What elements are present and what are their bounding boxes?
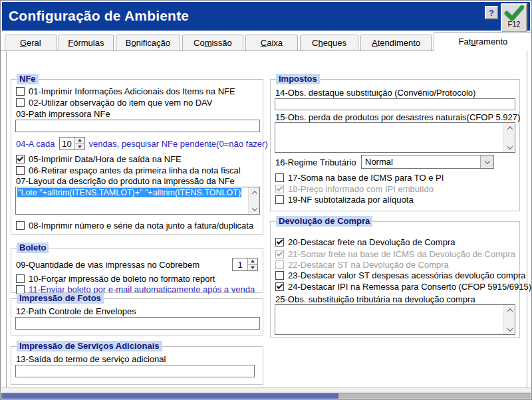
checkbox-08-numero-serie-fatura[interactable]: 08-Imprimir número e série da nota junto… [16, 220, 253, 231]
tab-label-part: eral [27, 38, 41, 48]
confirm-f12-button[interactable]: F12 [501, 3, 527, 33]
checkbox-box [275, 250, 284, 258]
input-14-obs-destaque[interactable] [275, 98, 515, 110]
input-12-path-envelopes[interactable] [15, 317, 260, 330]
tab-label: Caixa [261, 38, 283, 48]
spinner-04-intervalo[interactable]: 10 [59, 137, 85, 150]
group-title: Boleto [17, 243, 49, 253]
checkbox-10-forcar-boleto-report[interactable]: 10-Forçar impressão de boleto no formato… [16, 273, 215, 284]
tab-geral[interactable]: Geral [5, 35, 57, 50]
spin-down-button[interactable] [75, 144, 84, 150]
label-13-saida-termo: 13-Saída do termo de serviço adicional [16, 354, 166, 364]
tab-comissao[interactable]: Comissão [182, 35, 244, 50]
checkbox-label: 01-Imprimir Informações Adicionais dos I… [29, 86, 235, 96]
group-title: Impressão de Fotos [17, 293, 104, 304]
spinner-value: 1 [233, 258, 247, 270]
checkbox-19-nf-subtotalizada[interactable]: 19-NF subtotalizada por alíquota [275, 194, 414, 205]
checkbox-label: 21-Somar frete na base de ICMS da Devolu… [288, 249, 515, 259]
tab-label-part: A [372, 38, 378, 48]
textarea-15-obs-perda[interactable] [275, 122, 515, 153]
tab-formulas[interactable]: Fórmulas [59, 35, 114, 50]
tab-label-part: C [312, 38, 318, 48]
question-mark-icon: ? [489, 8, 494, 18]
checkbox-17-soma-base-icms[interactable]: 17-Soma na base de ICMS para TO e PI [275, 172, 444, 183]
checkbox-06-retirar-espaco[interactable]: 06-Retirar espaço antes da primeira linh… [16, 165, 241, 175]
group-title: Devolução de Compra [276, 216, 372, 227]
textarea-07-layout-descricao[interactable]: "Lote "+alltrim(ITENS.TAMLOT)+" "+alltri… [15, 187, 260, 215]
tab-faturamento[interactable]: Faturamento [434, 32, 532, 51]
tab-label-part: C [261, 38, 267, 48]
tab-label-part: ramento [476, 37, 508, 47]
row-09-vias-cobrebem: 09-Quantidade de vias impressas no Cobre… [16, 258, 258, 271]
tab-label-part: u [471, 37, 475, 47]
spinner-buttons [74, 138, 84, 150]
spinner-09-vias[interactable]: 1 [232, 258, 258, 271]
textarea-25-obs-substituicao[interactable] [275, 304, 515, 335]
tab-label-part: aixa [267, 38, 283, 48]
checkbox-box [16, 98, 25, 107]
group-impostos: Impostos 14-Obs. destaque substituição (… [270, 79, 520, 211]
checkbox-23-valor-st-despesas[interactable]: 23-Destacar valor ST despesas acessórias… [275, 270, 525, 280]
tab-label: Faturamento [459, 37, 508, 47]
tab-cheques[interactable]: Cheques [300, 35, 359, 50]
status-bar [1, 393, 531, 399]
scroll-down-icon[interactable] [504, 324, 515, 334]
spin-up-button[interactable] [75, 138, 84, 144]
tab-label: Comissão [194, 38, 232, 48]
spin-down-button[interactable] [248, 265, 257, 271]
checkbox-24-destacar-ipi-remessa[interactable]: 24-Destacar IPI na Remessa para Conserto… [275, 281, 531, 292]
tab-label: Cheques [312, 38, 346, 48]
selected-text: "Lote "+alltrim(ITENS.TAMLOT)+" "+alltri… [17, 188, 241, 197]
triangle-up-icon [251, 260, 255, 262]
check-icon [504, 5, 524, 21]
scroll-up-icon[interactable] [504, 123, 515, 133]
label-03-path-impressora: 03-Path impressora NFe [16, 109, 110, 119]
regime-tributario-select[interactable]: Normal [361, 155, 494, 169]
label-12-path-envelopes: 12-Path Controle de Envelopes [16, 306, 136, 316]
triangle-up-icon [78, 139, 82, 142]
progress-fill [1, 393, 338, 399]
chevron-down-icon [251, 205, 257, 211]
vertical-scrollbar[interactable] [503, 305, 515, 334]
tab-bar: Geral Fórmulas Bonificação Comissão Caix… [1, 32, 532, 51]
vertical-scrollbar[interactable] [503, 123, 515, 152]
checkbox-box [16, 87, 25, 96]
spin-up-button[interactable] [248, 258, 257, 265]
chevron-down-icon [484, 158, 489, 163]
checkbox-20-destacar-frete[interactable]: 20-Destacar frete na Devolução de Compra [275, 237, 455, 247]
tab-caixa[interactable]: Caixa [245, 35, 298, 50]
tab-bonificacao[interactable]: Bonificação [116, 35, 180, 50]
tab-atendimento[interactable]: Atendimento [360, 35, 431, 50]
select-value: Normal [362, 155, 480, 168]
dropdown-button[interactable] [480, 155, 493, 168]
input-13-saida-termo[interactable] [15, 365, 255, 377]
checkbox-label: 23-Destacar valor ST despesas acessórias… [288, 270, 525, 280]
scroll-up-icon[interactable] [504, 305, 515, 315]
tab-label: Bonificação [126, 38, 170, 48]
chevron-up-icon [251, 191, 257, 196]
checkbox-box [275, 282, 284, 291]
checkbox-label: 18-Preço informado com IPI embutido [288, 184, 434, 194]
tab-label-part: tendimento [378, 38, 420, 48]
scroll-up-icon[interactable] [249, 187, 260, 197]
checkbox-label: 22-Destacar ST na Devolução de Compra [288, 260, 449, 270]
tab-label-part: h [318, 38, 323, 48]
tab-label-part: G [20, 38, 27, 48]
checkbox-05-data-hora-saida[interactable]: 05-Imprimir Data/Hora de saída na NFE [16, 153, 182, 164]
checkbox-box [275, 271, 284, 280]
tab-label-part: Fat [459, 37, 471, 47]
help-button[interactable]: ? [485, 6, 498, 19]
input-03-path-impressora[interactable] [15, 120, 260, 132]
row-04-pesquisar-nfe: 04-A cada 10 vendas, pesquisar NFe pende… [16, 137, 268, 150]
checkbox-label: 08-Imprimir número e série da nota junto… [29, 221, 253, 231]
config-ambiente-window: Configuração de Ambiente ? F12 Geral Fór… [0, 0, 532, 400]
label-09-vias: 09-Quantidade de vias impressas no Cobre… [16, 260, 200, 270]
checkbox-box [16, 155, 25, 163]
scroll-down-icon[interactable] [249, 204, 260, 214]
checkbox-label: 05-Imprimir Data/Hora de saída na NFE [29, 154, 182, 164]
tab-label-part: o [131, 38, 136, 48]
checkbox-02-observacao-dav[interactable]: 02-Utilizar observação do item que vem n… [16, 97, 213, 108]
checkbox-01-imprimir-info-adicionais[interactable]: 01-Imprimir Informações Adicionais dos I… [16, 86, 235, 96]
vertical-scrollbar[interactable] [248, 187, 259, 214]
scroll-down-icon[interactable] [504, 142, 515, 152]
